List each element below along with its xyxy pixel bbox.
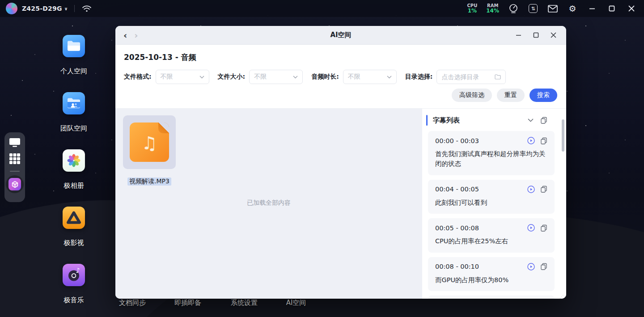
file-format-select[interactable]: 不限 bbox=[156, 70, 209, 84]
copy-segment-icon[interactable] bbox=[540, 263, 547, 270]
ram-value: 14% bbox=[486, 8, 499, 14]
desktop-icon-team-space[interactable]: 团队空间 bbox=[49, 92, 98, 133]
show-desktop-icon[interactable] bbox=[9, 138, 21, 148]
desktop-icon-label-system-settings[interactable]: 系统设置 bbox=[220, 299, 269, 307]
filter-label: 目录选择: bbox=[405, 73, 433, 81]
filter-audio-duration: 音频时长: 不限 bbox=[311, 70, 397, 84]
desktop-icon-label: 极音乐 bbox=[49, 296, 98, 304]
forward-icon[interactable]: › bbox=[134, 31, 138, 40]
play-segment-icon[interactable] bbox=[527, 263, 535, 271]
history-nav: ‹ › bbox=[115, 31, 138, 40]
transfer-tasks-icon[interactable]: ⇅ bbox=[528, 3, 538, 14]
filter-section: 文件格式: 不限 文件大小: 不限 音频时长: 不限 bbox=[115, 66, 566, 109]
advanced-filter-button[interactable]: 高级筛选 bbox=[452, 89, 492, 102]
filter-row: 文件格式: 不限 文件大小: 不限 音频时长: 不限 bbox=[124, 70, 558, 84]
wifi-icon[interactable] bbox=[81, 3, 92, 14]
copy-all-icon[interactable] bbox=[540, 117, 547, 124]
subtitle-panel-title: 字幕列表 bbox=[433, 116, 460, 125]
reset-button[interactable]: 重置 bbox=[497, 89, 525, 102]
performance-gauge-icon[interactable] bbox=[508, 3, 519, 14]
chevron-down-icon bbox=[387, 76, 392, 79]
subtitle-text: 而GPU的占用率仅为80% bbox=[435, 275, 547, 285]
user-avatar[interactable] bbox=[6, 3, 17, 14]
music-vinyl-icon: ♪ bbox=[63, 264, 85, 286]
chevron-down-icon bbox=[293, 76, 298, 79]
personal-space-icon bbox=[63, 35, 85, 57]
file-size-select[interactable]: 不限 bbox=[249, 70, 303, 84]
desktop-icon-music[interactable]: ♪ 极音乐 bbox=[49, 264, 98, 304]
desktop-icon-label-ai-space[interactable]: AI空间 bbox=[271, 299, 321, 307]
music-note-icon: ♫ bbox=[130, 123, 169, 162]
app-launcher-grid-icon[interactable] bbox=[9, 153, 21, 165]
cpu-stat: CPU 1% bbox=[467, 3, 477, 14]
window-controls bbox=[516, 32, 566, 38]
filter-label: 音频时长: bbox=[311, 73, 339, 81]
audio-duration-select[interactable]: 不限 bbox=[343, 70, 397, 84]
topbar-left: Z425-D29G ∨ bbox=[0, 3, 92, 14]
copy-segment-icon[interactable] bbox=[540, 186, 547, 193]
device-selector[interactable]: Z425-D29G ∨ bbox=[22, 5, 68, 12]
collapse-chevron-icon[interactable] bbox=[528, 118, 534, 122]
search-result-heading: 2025-10-13 - 音频 bbox=[124, 52, 558, 63]
window-title: AI空间 bbox=[115, 31, 566, 39]
desktop-icon-photos[interactable]: 极相册 bbox=[49, 149, 98, 190]
subtitle-text: 首先我们测试真声程和超分辨率均为关闭的状态 bbox=[435, 149, 547, 169]
folder-icon bbox=[495, 74, 501, 80]
close-desktop-icon[interactable] bbox=[626, 3, 637, 14]
desktop-icon-personal-space[interactable]: 个人空间 bbox=[49, 35, 98, 76]
subtitle-card: 00:10 - 00:11 并没有跑满 bbox=[428, 296, 555, 299]
subtitle-text: CPU的占用率在25%左右 bbox=[435, 236, 547, 246]
mail-icon[interactable] bbox=[547, 3, 558, 14]
desktop-icon-label-doc-sync[interactable]: 文档同步 bbox=[108, 299, 157, 307]
minimize-desktop-icon[interactable] bbox=[587, 3, 597, 14]
settings-gear-icon[interactable]: ⚙ bbox=[567, 3, 578, 14]
scrollbar-thumb[interactable] bbox=[562, 119, 564, 152]
play-segment-icon[interactable] bbox=[527, 186, 535, 193]
audio-file-icon: ♫ bbox=[130, 123, 169, 162]
audio-file-item-selected[interactable]: ♫ 视频解读.MP3 bbox=[123, 115, 176, 169]
play-segment-icon[interactable] bbox=[527, 224, 535, 232]
select-value: 不限 bbox=[348, 73, 360, 81]
subtitle-timestamp: 00:04 - 00:05 bbox=[435, 186, 479, 193]
photos-flower-icon bbox=[63, 149, 85, 172]
play-segment-icon[interactable] bbox=[527, 137, 535, 144]
filter-label: 文件大小: bbox=[218, 73, 246, 81]
subtitle-timestamp: 00:08 - 00:10 bbox=[435, 263, 479, 270]
select-value: 不限 bbox=[161, 73, 173, 81]
desktop-icon-label-plug-backup[interactable]: 即插即备 bbox=[163, 299, 212, 307]
dock bbox=[4, 132, 25, 202]
window-titlebar: ‹ › AI空间 bbox=[115, 26, 566, 45]
ai-space-cube-icon bbox=[8, 178, 21, 190]
filter-file-size: 文件大小: 不限 bbox=[218, 70, 303, 84]
filter-actions: 高级筛选 重置 搜索 bbox=[124, 89, 558, 102]
music-note-icon: ♪ bbox=[76, 266, 80, 275]
search-button[interactable]: 搜索 bbox=[530, 89, 557, 102]
chevron-down-icon: ∨ bbox=[64, 6, 68, 11]
back-icon[interactable]: ‹ bbox=[123, 31, 127, 40]
maximize-desktop-icon[interactable] bbox=[606, 3, 617, 14]
panel-header-icons bbox=[528, 117, 547, 124]
filter-file-format: 文件格式: 不限 bbox=[124, 70, 209, 84]
minimize-window-icon[interactable] bbox=[516, 32, 521, 38]
desktop-icon-label: 极影视 bbox=[49, 239, 98, 247]
directory-input[interactable] bbox=[441, 73, 491, 80]
desktop-icon-label: 团队空间 bbox=[49, 124, 98, 133]
copy-segment-icon[interactable] bbox=[540, 137, 547, 144]
desktop-icon-movies[interactable]: 极影视 bbox=[49, 207, 98, 247]
copy-segment-icon[interactable] bbox=[540, 224, 547, 232]
maximize-window-icon[interactable] bbox=[533, 32, 539, 38]
dock-divider bbox=[10, 171, 20, 172]
subtitle-timestamp: 00:00 - 00:03 bbox=[435, 137, 479, 144]
window-content: ♫ 视频解读.MP3 已加载全部内容 字幕列表 bbox=[115, 109, 566, 299]
subtitle-card: 00:08 - 00:10 而GPU的占用率仅为80% bbox=[428, 257, 555, 291]
system-topbar: Z425-D29G ∨ CPU 1% RAM 14% bbox=[0, 0, 644, 17]
subtitle-card: 00:00 - 00:03 首先我们测试真声程和超分辨率均为关闭的状态 bbox=[428, 131, 555, 175]
directory-picker[interactable] bbox=[436, 70, 506, 84]
resize-handle[interactable]: ⋰ bbox=[559, 294, 564, 299]
dock-running-app-ai-space[interactable] bbox=[6, 175, 24, 193]
cpu-value: 1% bbox=[467, 8, 477, 14]
team-space-icon bbox=[63, 92, 85, 114]
device-name: Z425-D29G bbox=[22, 5, 62, 12]
close-window-icon[interactable] bbox=[551, 32, 556, 38]
file-name[interactable]: 视频解读.MP3 bbox=[127, 178, 171, 186]
